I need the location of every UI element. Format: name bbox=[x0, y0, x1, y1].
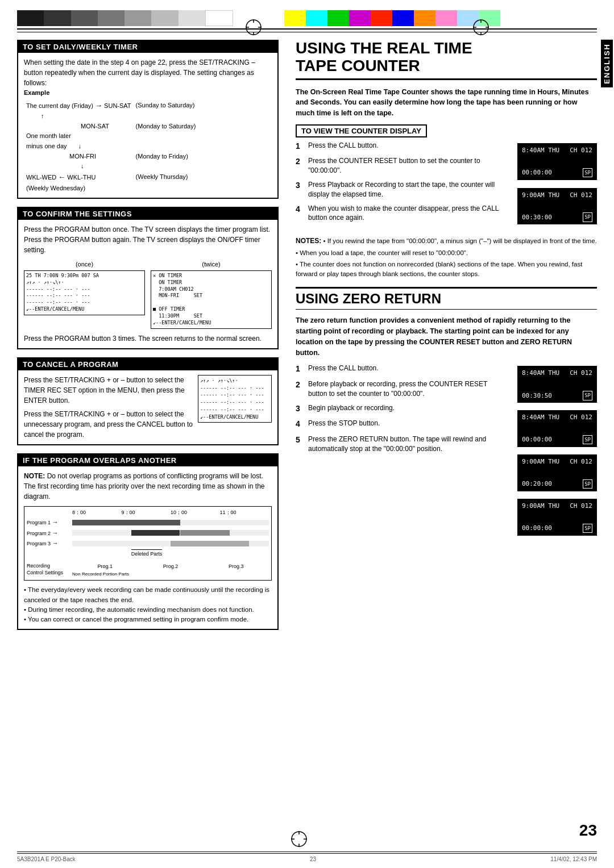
color-bar bbox=[327, 10, 349, 26]
step-1: 1 Press the CALL button. bbox=[296, 141, 507, 152]
once-label: (once) bbox=[24, 260, 145, 269]
section-cancel: To Cancel A Program ↗↑↗ · ↗↑·↘\↑· ------… bbox=[17, 357, 279, 445]
color-bar bbox=[205, 10, 233, 26]
program3-bar bbox=[72, 541, 269, 546]
step3-text: Press Playback or Recording to start the… bbox=[308, 180, 507, 199]
zr-step-2: 2 Before playback or recording, press th… bbox=[296, 379, 507, 399]
recording-row: RecordingControl Settings Prog.1 Prog.2 … bbox=[27, 563, 269, 578]
zr-tv3-time: 9:00AM THU bbox=[522, 457, 559, 467]
zr-tv3-mode: SP bbox=[583, 479, 592, 489]
zr-tv2-ch: CH 012 bbox=[570, 412, 592, 423]
zr-tv1-top: 8:40AM THU CH 012 bbox=[522, 368, 592, 378]
zr-tv1-time: 8:40AM THU bbox=[522, 368, 559, 378]
notes-bottom: • The everyday/every week recording can … bbox=[24, 585, 272, 624]
tv2-counter-row: 00:30:00 SP bbox=[522, 212, 592, 223]
zr-tv2-mode: SP bbox=[583, 435, 592, 444]
color-bar bbox=[414, 10, 435, 26]
section-view-counter: To View The Counter Display 8:40AM THU C… bbox=[296, 124, 597, 279]
top-rule bbox=[17, 28, 597, 30]
recording-prog-labels: Prog.1 Prog.2 Prog.3 Non Recorded Portio… bbox=[72, 563, 269, 578]
color-bar bbox=[349, 10, 371, 26]
section-daily-weekly-title: To Set Daily/Weekly Timer bbox=[18, 41, 277, 53]
zr-tv3-counter: 00:20:00 bbox=[522, 479, 552, 489]
example-row-desc: (Sunday to Saturday) bbox=[134, 100, 198, 112]
section-overlap-content: NOTE: Do not overlap programs as portion… bbox=[18, 466, 277, 629]
counter-note2: • When you load a tape, the counter will… bbox=[296, 248, 597, 258]
section-cancel-title: To Cancel A Program bbox=[18, 358, 277, 370]
color-bar bbox=[179, 10, 205, 26]
color-bar bbox=[151, 10, 178, 26]
zr-tv2-spacer bbox=[522, 425, 592, 435]
example-content: The current day (Friday) → SUN-SAT (Sund… bbox=[24, 100, 272, 194]
example-row-desc: (Monday to Friday) bbox=[134, 152, 198, 162]
time-label: 8：00 bbox=[72, 509, 122, 517]
confirm-body2: Press the PROGRAM button 3 times. The sc… bbox=[24, 333, 272, 344]
time-header: 8：00 9：00 10：00 11：00 bbox=[72, 509, 269, 517]
tv1-mode: SP bbox=[583, 168, 592, 177]
daily-weekly-body: When setting the date in the step 4 on p… bbox=[24, 57, 272, 88]
zr-step4-text: Press the STOP button. bbox=[308, 419, 507, 430]
bottom-rule bbox=[17, 852, 597, 852]
tv2-spacer bbox=[522, 202, 592, 212]
program1-bar bbox=[72, 520, 269, 525]
zr-step-1: 1 Press the CALL button. bbox=[296, 364, 507, 375]
step-3: 3 Press Playback or Recording to start t… bbox=[296, 180, 507, 199]
zr-tv1-counter: 00:30:50 bbox=[522, 391, 552, 401]
example-row: MON-FRI bbox=[24, 152, 134, 162]
program2-label: Program 2 → bbox=[27, 528, 72, 538]
zr-tv2-top: 8:40AM THU CH 012 bbox=[522, 412, 592, 423]
example-row bbox=[134, 111, 198, 122]
zr-tv2-counter: 00:00:00 bbox=[522, 435, 552, 445]
section-overlap: If The Program Overlaps Another NOTE: Do… bbox=[17, 453, 279, 631]
example-row: minus one day↓ bbox=[24, 141, 134, 152]
step1-num: 1 bbox=[296, 141, 306, 152]
example-row: One month later bbox=[24, 131, 134, 141]
heading-line1: Using The Real Time bbox=[296, 40, 597, 57]
tv1-spacer bbox=[522, 157, 592, 168]
tv-display-1: 8:40AM THU CH 012 00:00:00 SP bbox=[517, 143, 597, 180]
example-row bbox=[134, 141, 198, 152]
example-row: MON-SAT bbox=[24, 122, 134, 132]
color-bar bbox=[306, 10, 327, 26]
color-bar bbox=[125, 10, 151, 26]
example-row-desc: (Monday to Saturday) bbox=[134, 122, 198, 132]
step2-num: 2 bbox=[296, 156, 306, 176]
confirm-body1: Press the PROGRAM button once. The TV sc… bbox=[24, 224, 272, 255]
zero-return-heading-block: Using Zero Return bbox=[296, 287, 597, 310]
zr-step5-num: 5 bbox=[296, 435, 306, 454]
zr-step5-text: Press the ZERO RETURN button. The tape w… bbox=[308, 435, 507, 454]
program1-fill bbox=[72, 520, 180, 525]
zero-return-content: 8:40AM THU CH 012 00:30:50 SP 8:40AM THU… bbox=[296, 364, 597, 537]
example-row: The current day (Friday) → SUN-SAT bbox=[24, 100, 134, 112]
prog3-label: Prog.3 bbox=[204, 563, 269, 571]
zr-tv1-mode: SP bbox=[583, 391, 592, 400]
page-number: 23 bbox=[579, 821, 597, 840]
zr-tv2: 8:40AM THU CH 012 00:00:00 SP bbox=[517, 410, 597, 447]
prog2-label: Prog.2 bbox=[138, 563, 203, 571]
zr-tv4-top: 9:00AM THU CH 012 bbox=[522, 501, 592, 511]
non-recorded-label: Non Recorded Portion Parts bbox=[72, 571, 269, 578]
overlap-note-body: Do not overlap programs as portions of c… bbox=[24, 472, 265, 500]
page-content: To Set Daily/Weekly Timer When setting t… bbox=[17, 40, 597, 845]
english-sidebar: ENGLISH bbox=[601, 40, 613, 87]
zr-tv3-top: 9:00AM THU CH 012 bbox=[522, 457, 592, 467]
example-arrow-up: ↑ bbox=[24, 111, 134, 122]
crosshair-icon-right bbox=[472, 18, 490, 36]
color-bars-left bbox=[17, 10, 233, 26]
time-label: 9：00 bbox=[122, 509, 171, 517]
zero-return-displays: 8:40AM THU CH 012 00:30:50 SP 8:40AM THU… bbox=[513, 364, 597, 537]
zero-return-intro: The zero return function provides a conv… bbox=[296, 315, 597, 358]
note2: • During timer recording, the automatic … bbox=[24, 605, 272, 615]
step1-text: Press the CALL button. bbox=[308, 141, 507, 152]
note-label: NOTE: bbox=[24, 472, 45, 480]
cancel-diagram: ↗↑↗ · ↗↑·↘\↑· ------ --:-- --- · --- ---… bbox=[198, 375, 272, 423]
section-daily-weekly: To Set Daily/Weekly Timer When setting t… bbox=[17, 40, 279, 199]
crosshair-bottom-icon bbox=[290, 830, 308, 848]
section-confirm: To Confirm The Settings Press the PROGRA… bbox=[17, 207, 279, 349]
section-confirm-title: To Confirm The Settings bbox=[18, 208, 277, 220]
zr-tv4-time: 9:00AM THU bbox=[522, 501, 559, 511]
step-2: 2 Press the COUNTER RESET button to set … bbox=[296, 156, 507, 176]
section-overlap-title: If The Program Overlaps Another bbox=[18, 454, 277, 466]
confirm-diagrams: (once) 25 TH 7:00N 9:30Pm 007 SA ↗↑↗ · ↗… bbox=[24, 260, 272, 329]
bottom-left-text: 5A3B201A E P20-Back bbox=[17, 856, 76, 862]
